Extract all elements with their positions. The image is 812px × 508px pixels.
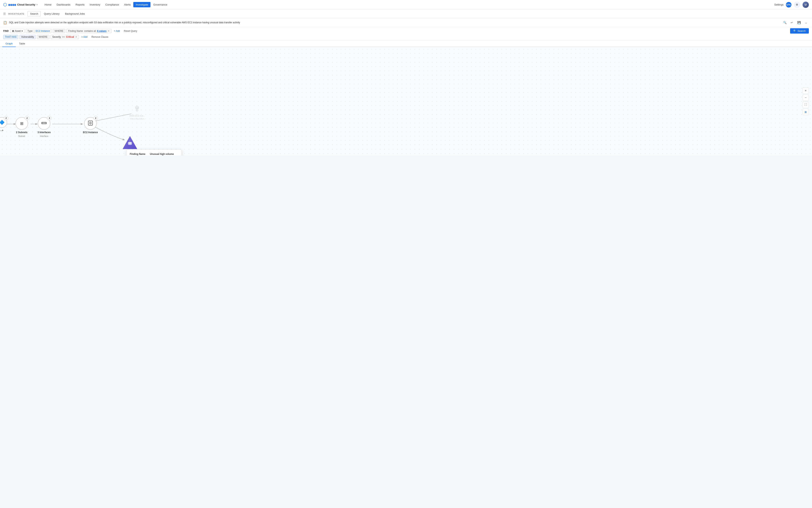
tab-table[interactable]: Table [16,41,28,47]
finding-node[interactable]: ! [122,135,138,150]
zoom-out-button[interactable]: − [803,95,809,101]
query-row-2: THAT HAS Vulnerability WHERE Severity >=… [3,35,809,39]
sec-nav-background-jobs[interactable]: Background Jobs [62,11,87,16]
top-nav: ⬡ ◆◆◆◆ Cloud Security ▾ Home Dashboards … [0,0,812,9]
interfaces-sublabel: Interface [40,135,48,137]
main-nav: Home Dashboards Reports Inventory Compli… [42,2,774,7]
secondary-nav: ☰ INVESTIGATE Search Query Library Backg… [0,9,812,18]
tooltip-finding-name-field: Finding Name [130,153,147,156]
alert-expand-button[interactable]: ⌄ [803,20,809,25]
tooltip-finding-name-row: Finding Name Unusual high volume data tr… [130,153,178,156]
subnets-sublabel: Subnet [18,135,25,137]
subnets-badge: 2 [25,116,29,120]
brand-logo-icon: ◆◆◆◆ [8,3,16,6]
misconfig-sublabel: Misconfiguration [130,118,144,120]
asset-label: Asset [15,30,21,32]
find-label: FIND [3,30,9,32]
search-button[interactable]: 🔍 Search [790,28,809,34]
nav-item-inventory[interactable]: Inventory [87,2,102,7]
graph-connections-svg [0,47,812,156]
left-partial-node[interactable]: 🔷 2 ...s [0,117,7,131]
ec2-icon [88,120,93,127]
tooltip-finding-name-value: Unusual high volume data transfer activi… [150,153,178,156]
finding-triangle-svg: ! [122,135,138,150]
sec-nav-search[interactable]: Search [28,11,41,16]
left-node-circle[interactable]: 🔷 2 [0,117,7,128]
severity-filter: Severity >= Critical ✕ [51,35,79,39]
nav-item-home[interactable]: Home [42,2,54,7]
zoom-controls: + − ⛶ ⊕ [803,87,809,115]
severity-label: Severity [52,36,61,38]
left-node-badge: 2 [4,116,8,120]
nav-item-investigate[interactable]: Investigate [133,2,150,7]
values-count[interactable]: 6 values [97,30,106,32]
tab-graph[interactable]: Graph [2,41,16,47]
zoom-fit-button[interactable]: ⛶ [803,102,809,108]
ec2-circle[interactable]: 2 [84,117,97,130]
svg-text:!: ! [129,140,130,142]
brand-chevron-icon: ▾ [37,4,38,6]
app-logo-icon: ⬡ [3,2,7,7]
remove-clause-button[interactable]: Remove Clause [90,35,110,39]
finding-name-filter: Finding Name contains all 6 values ✕ [66,29,111,33]
subnets-label: 2 Subnets [16,131,27,134]
nav-item-compliance[interactable]: Compliance [103,2,122,7]
subnets-node[interactable]: ⊞ 2 2 Subnets Subnet [15,117,28,137]
finding-name-close-icon[interactable]: ✕ [107,30,109,32]
type-value: EC2 Instance [36,30,50,32]
misconfig-node[interactable]: AWS EC2 inst... Misconfiguration [129,105,145,120]
svg-line-4 [95,114,131,121]
alert-save-button[interactable]: 💾 [796,20,802,25]
ec2-node[interactable]: 2 EC2 Instance [83,117,98,135]
brand-name: Cloud Security [17,3,35,6]
subnets-circle[interactable]: ⊞ 2 [15,117,28,130]
severity-close-icon[interactable]: ✕ [75,36,77,38]
left-node-icon: 🔷 [0,120,5,125]
menu-icon[interactable]: ☰ [3,12,6,15]
graph-area: 🔷 2 ...s ⊞ 2 2 Subnets Subnet 3 3 Inte [0,47,812,156]
misconfig-icon [134,105,141,114]
query-row-1: FIND ▦ Asset ▾ Type : EC2 Instance WHERE… [3,28,809,34]
misconfig-label: AWS EC2 inst... [129,115,145,117]
zoom-in-button[interactable]: + [803,87,809,94]
sec-nav-query-library[interactable]: Query Library [41,11,62,16]
ec2-label: EC2 Instance [83,131,98,134]
nav-item-reports[interactable]: Reports [73,2,87,7]
search-label: Search [798,30,806,32]
alert-text: SQL and Code Injection attempts were det… [9,21,780,24]
critical-value: Critical [66,36,74,38]
nav-right: Settings 67% ⚙ U [774,2,809,8]
nav-item-alerts[interactable]: Alerts [122,2,133,7]
asset-table-icon: ▦ [12,30,14,32]
gear-button[interactable]: ⚙ [794,2,800,8]
pct-badge: 67% [786,2,792,7]
type-label: Type [28,30,33,32]
asset-dropdown[interactable]: ▦ Asset ▾ [10,29,25,33]
alert-actions: 🔍 ↩ 💾 ⌄ [782,20,809,25]
reset-query-button[interactable]: Reset Query [122,29,139,33]
svg-rect-7 [44,123,44,123]
interfaces-label: 3 Interfaces [38,131,51,134]
asset-chevron-icon: ▾ [21,30,23,32]
zoom-reset-button[interactable]: ⊕ [803,109,809,115]
type-filter-tag: Type : EC2 Instance [26,29,51,33]
nav-item-dashboards[interactable]: Dashboards [54,2,73,7]
svg-rect-6 [42,123,43,123]
alert-search-button[interactable]: 🔍 [782,20,787,25]
svg-point-11 [90,123,91,123]
nav-item-governance[interactable]: Governance [151,2,170,7]
avatar[interactable]: U [803,2,809,8]
add-clause-button[interactable]: + Add [80,35,89,39]
query-bar: FIND ▦ Asset ▾ Type : EC2 Instance WHERE… [0,27,812,41]
vulnerability-tag: Vulnerability [19,35,36,39]
interfaces-badge: 3 [47,116,51,120]
thathas-tag: THAT HAS [3,35,18,39]
where-label-2: WHERE [37,35,49,39]
interfaces-circle[interactable]: 3 [38,117,50,130]
brand-dropdown[interactable]: ◆◆◆◆ Cloud Security ▾ [8,3,38,6]
settings-label[interactable]: Settings [774,3,783,6]
interfaces-node[interactable]: 3 3 Interfaces Interface [38,117,51,137]
interfaces-icon [41,120,47,127]
add-filter-button[interactable]: + Add [112,29,121,33]
alert-undo-button[interactable]: ↩ [789,20,795,25]
